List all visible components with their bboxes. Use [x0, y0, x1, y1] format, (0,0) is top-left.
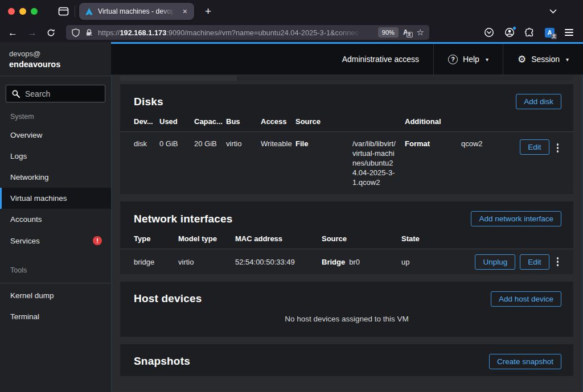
network-title: Network interfaces — [134, 213, 233, 225]
sidebar-item-kernel-dump[interactable]: Kernel dump — [0, 285, 111, 306]
add-network-interface-button[interactable]: Add network interface — [471, 211, 561, 226]
page-content: Disks Add disk Dev... Used Capac... Bus … — [111, 75, 583, 392]
window-controls — [8, 8, 38, 15]
nic-edit-button[interactable]: Edit — [520, 254, 549, 270]
network-interfaces-card: Network interfaces Add network interface… — [120, 201, 573, 274]
cockpit-app: devops@ endeavouros System Overview Logs… — [0, 42, 583, 392]
disks-title: Disks — [134, 96, 163, 108]
disk-kebab-menu-icon[interactable] — [554, 139, 562, 156]
disk-bus: virtio — [226, 139, 261, 148]
disks-card: Disks Add disk Dev... Used Capac... Bus … — [120, 84, 573, 194]
disk-device: disk — [134, 139, 159, 148]
nic-state: up — [401, 258, 468, 266]
nic-unplug-button[interactable]: Unplug — [475, 254, 515, 270]
translate-extension-icon[interactable]: A文 — [545, 28, 555, 38]
sidebar-item-services[interactable]: Services ! — [0, 230, 111, 251]
tab-list-chevron-icon[interactable] — [549, 9, 557, 14]
reload-button[interactable] — [47, 28, 55, 37]
sidebar-search[interactable] — [6, 85, 105, 102]
help-menu[interactable]: ? Help ▾ — [433, 44, 503, 75]
network-table-header: Type Model type MAC address Source State — [120, 233, 573, 249]
disk-source-path: /var/lib/libvirt/virtual-machines/ubuntu… — [352, 139, 405, 187]
create-snapshot-button[interactable]: Create snapshot — [489, 354, 561, 369]
tools-divider — [0, 283, 111, 283]
help-caret-icon: ▾ — [486, 56, 488, 63]
sidebar-item-logs[interactable]: Logs — [0, 146, 111, 167]
snapshots-title: Snapshots — [134, 355, 190, 368]
snapshots-card: Snapshots Create snapshot — [120, 344, 573, 376]
disk-format-value: qcow2 — [461, 139, 518, 148]
nic-type: bridge — [134, 258, 178, 266]
main-area: Administrative access ? Help ▾ ⚙ Session… — [111, 42, 583, 392]
url-bar[interactable]: https://192.168.1.173:9090/machines#vm?n… — [66, 25, 429, 40]
bookmark-star-icon[interactable]: ☆ — [417, 27, 424, 38]
tab-close-icon[interactable]: × — [180, 6, 190, 16]
minimize-window-button[interactable] — [19, 8, 26, 15]
pocket-icon[interactable] — [484, 27, 494, 38]
tab-separator — [75, 6, 75, 17]
disk-access: Writeable — [261, 139, 295, 148]
nav-section-tools: Tools — [0, 251, 111, 278]
sidebar-item-accounts[interactable]: Accounts — [0, 209, 111, 230]
masthead: Administrative access ? Help ▾ ⚙ Session… — [111, 44, 583, 75]
disk-source-type: File — [295, 139, 352, 148]
host-devices-card: Host devices Add host device No host dev… — [120, 282, 573, 337]
firefox-view-icon[interactable] — [58, 6, 69, 16]
maximize-window-button[interactable] — [31, 8, 38, 15]
back-button[interactable]: ← — [8, 28, 18, 38]
nic-source-value: br0 — [349, 258, 360, 266]
toolbar-right-icons: A文 — [484, 27, 573, 38]
translate-page-icon[interactable]: A文 — [403, 28, 412, 36]
lock-warning-icon[interactable] — [85, 28, 93, 37]
disk-additional-label: Format — [405, 139, 461, 148]
gear-icon: ⚙ — [518, 55, 526, 64]
navigation-toolbar: ← → https://192.168.1.173:9090/machines#… — [0, 23, 583, 42]
sidebar-item-overview[interactable]: Overview — [0, 125, 111, 146]
disk-used: 0 GiB — [159, 139, 194, 148]
services-alert-badge: ! — [93, 236, 102, 245]
administrative-access-button[interactable]: Administrative access — [328, 44, 433, 75]
search-icon — [12, 90, 20, 98]
scrolled-card-remnant — [120, 76, 573, 81]
host-devices-empty-message: No host devices assigned to this VM — [120, 313, 573, 337]
disk-capacity: 20 GiB — [194, 139, 226, 148]
add-disk-button[interactable]: Add disk — [516, 94, 561, 109]
zoom-level-badge[interactable]: 90% — [378, 27, 399, 38]
host-name: endeavouros — [9, 60, 102, 69]
account-icon[interactable] — [504, 27, 515, 38]
url-text[interactable]: https://192.168.1.173:9090/machines#vm?n… — [98, 28, 373, 37]
help-icon: ? — [448, 55, 458, 64]
nic-mac: 52:54:00:50:33:49 — [235, 258, 322, 266]
disk-row: disk 0 GiB 20 GiB virtio Writeable File … — [120, 132, 573, 194]
menu-hamburger-icon[interactable] — [565, 29, 573, 36]
disks-table-header: Dev... Used Capac... Bus Access Source A… — [120, 116, 573, 132]
tab-title: Virtual machines - devops@end — [98, 7, 176, 15]
tab-favicon-arch-icon — [85, 7, 93, 16]
user-host-block: devops@ endeavouros — [0, 42, 111, 76]
tab-bar: Virtual machines - devops@end × + — [0, 0, 583, 23]
nav-section-system: System — [0, 104, 111, 125]
sidebar-item-virtual-machines[interactable]: Virtual machines — [0, 188, 111, 209]
sidebar-item-networking[interactable]: Networking — [0, 167, 111, 188]
forward-button: → — [27, 28, 37, 38]
browser-tab[interactable]: Virtual machines - devops@end × — [79, 3, 194, 20]
nic-model: virtio — [178, 258, 235, 266]
nic-source-label: Bridge — [322, 258, 345, 266]
add-host-device-button[interactable]: Add host device — [491, 291, 561, 307]
browser-chrome: Virtual machines - devops@end × + ← → ht… — [0, 0, 583, 42]
host-devices-title: Host devices — [134, 292, 202, 305]
nic-kebab-menu-icon[interactable] — [554, 253, 562, 270]
search-input[interactable] — [25, 89, 99, 98]
session-caret-icon: ▾ — [566, 56, 569, 63]
sidebar-item-terminal[interactable]: Terminal — [0, 306, 111, 327]
sidebar: devops@ endeavouros System Overview Logs… — [0, 42, 111, 392]
network-interface-row: bridge virtio 52:54:00:50:33:49 Bridge b… — [120, 249, 573, 274]
disk-edit-button[interactable]: Edit — [520, 139, 549, 155]
session-menu[interactable]: ⚙ Session ▾ — [503, 44, 583, 75]
user-name: devops@ — [9, 49, 102, 58]
extensions-puzzle-icon[interactable] — [525, 28, 535, 38]
new-tab-button[interactable]: + — [202, 5, 215, 18]
close-window-button[interactable] — [8, 8, 15, 15]
shield-icon[interactable] — [71, 28, 80, 38]
account-notification-dot — [512, 26, 516, 30]
